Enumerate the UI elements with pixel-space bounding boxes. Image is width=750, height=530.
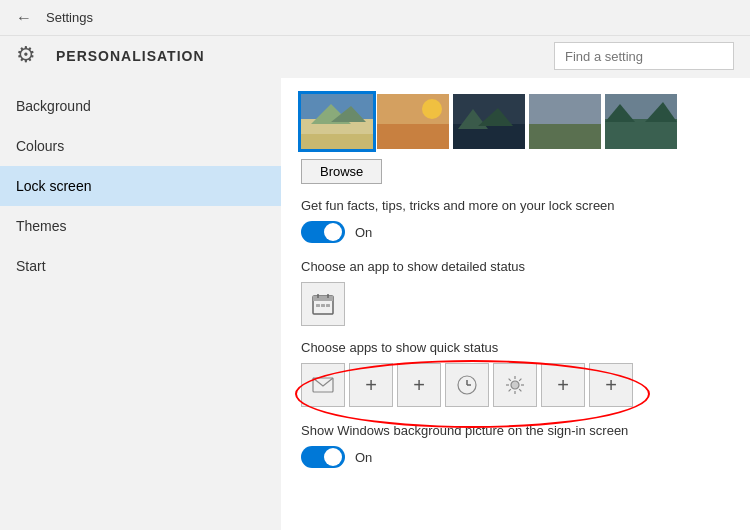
sidebar-item-themes-label: Themes <box>16 218 67 234</box>
sidebar-item-lock-screen[interactable]: Lock screen <box>0 166 281 206</box>
app-header: ⚙ PERSONALISATION <box>0 36 750 78</box>
signin-toggle[interactable] <box>301 446 345 468</box>
main-layout: Background Colours Lock screen Themes St… <box>0 78 750 530</box>
svg-line-37 <box>519 389 521 391</box>
svg-point-31 <box>511 381 519 389</box>
signin-toggle-knob <box>324 448 342 466</box>
thumbnail-4[interactable] <box>529 94 601 149</box>
back-icon: ← <box>16 9 32 27</box>
signin-toggle-row: On <box>301 446 730 468</box>
calendar-app-icon[interactable] <box>301 282 345 326</box>
toggle-knob <box>324 223 342 241</box>
detailed-status-icons <box>301 282 730 326</box>
signin-toggle-label: On <box>355 450 372 465</box>
quick-status-label: Choose apps to show quick status <box>301 340 730 355</box>
thumbnail-2[interactable] <box>377 94 449 149</box>
quick-add-2[interactable]: + <box>397 363 441 407</box>
app-title: PERSONALISATION <box>56 48 205 64</box>
sidebar-item-start[interactable]: Start <box>0 246 281 286</box>
background-thumbnails <box>301 94 730 149</box>
svg-rect-17 <box>605 119 677 149</box>
sidebar-item-background[interactable]: Background <box>0 86 281 126</box>
svg-rect-26 <box>326 304 330 307</box>
title-bar-text: Settings <box>46 10 93 25</box>
quick-add-4[interactable]: + <box>589 363 633 407</box>
svg-line-36 <box>509 379 511 381</box>
svg-point-7 <box>422 99 442 119</box>
sidebar-item-start-label: Start <box>16 258 46 274</box>
clock-app-icon[interactable] <box>445 363 489 407</box>
svg-line-39 <box>509 389 511 391</box>
thumbnail-1[interactable] <box>301 94 373 149</box>
settings-gear-icon: ⚙ <box>16 42 44 70</box>
weather-app-icon[interactable] <box>493 363 537 407</box>
plus-icon-2: + <box>413 374 425 397</box>
sidebar-item-colours-label: Colours <box>16 138 64 154</box>
app-header-left: ⚙ PERSONALISATION <box>16 42 205 70</box>
svg-rect-4 <box>301 134 373 149</box>
browse-button[interactable]: Browse <box>301 159 382 184</box>
plus-icon-1: + <box>365 374 377 397</box>
quick-add-3[interactable]: + <box>541 363 585 407</box>
detailed-status-label: Choose an app to show detailed status <box>301 259 730 274</box>
mail-app-icon[interactable] <box>301 363 345 407</box>
quick-status-icons: + + <box>301 363 730 407</box>
thumbnail-5[interactable] <box>605 94 677 149</box>
sidebar-item-background-label: Background <box>16 98 91 114</box>
back-button[interactable]: ← <box>12 6 36 30</box>
svg-rect-6 <box>377 124 449 149</box>
content-area: Browse Get fun facts, tips, tricks and m… <box>281 78 750 530</box>
svg-rect-24 <box>316 304 320 307</box>
svg-rect-25 <box>321 304 325 307</box>
plus-icon-4: + <box>605 374 617 397</box>
fun-facts-label: Get fun facts, tips, tricks and more on … <box>301 198 730 213</box>
sidebar: Background Colours Lock screen Themes St… <box>0 78 281 530</box>
sidebar-item-lock-screen-label: Lock screen <box>16 178 91 194</box>
quick-status-section: Choose apps to show quick status + + <box>301 340 730 407</box>
svg-rect-14 <box>529 94 601 124</box>
svg-rect-21 <box>313 296 333 301</box>
quick-add-1[interactable]: + <box>349 363 393 407</box>
svg-rect-13 <box>529 122 601 149</box>
signin-label: Show Windows background picture on the s… <box>301 423 730 438</box>
search-input[interactable] <box>554 42 734 70</box>
plus-icon-3: + <box>557 374 569 397</box>
browse-label: Browse <box>320 164 363 179</box>
fun-facts-toggle[interactable] <box>301 221 345 243</box>
svg-line-38 <box>519 379 521 381</box>
fun-facts-toggle-row: On <box>301 221 730 243</box>
thumbnail-3[interactable] <box>453 94 525 149</box>
sidebar-item-themes[interactable]: Themes <box>0 206 281 246</box>
fun-facts-toggle-label: On <box>355 225 372 240</box>
sidebar-item-colours[interactable]: Colours <box>0 126 281 166</box>
title-bar: ← Settings <box>0 0 750 36</box>
